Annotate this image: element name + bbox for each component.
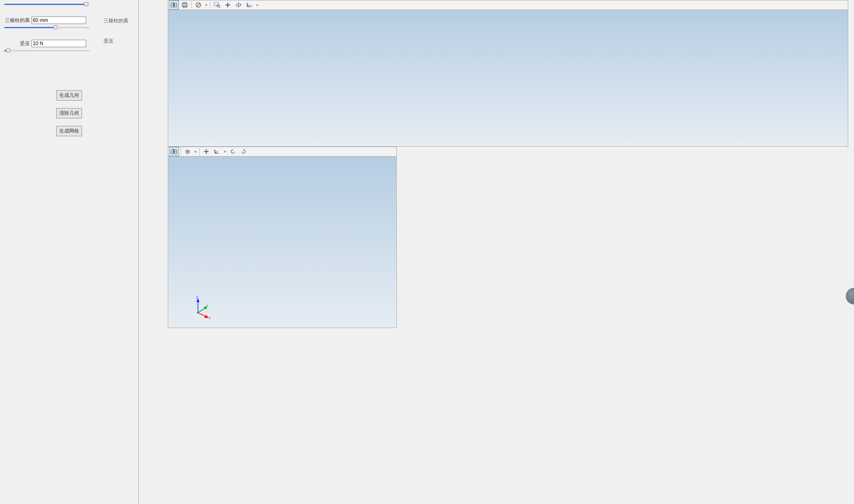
round-widget[interactable] xyxy=(846,288,854,304)
slider-thumb[interactable] xyxy=(84,2,88,6)
svg-marker-24 xyxy=(244,149,245,151)
svg-line-22 xyxy=(215,151,217,153)
toolbar-top: ▾ y ▾ xyxy=(168,0,848,10)
right-label-group: 三棱柱的高 受压 xyxy=(104,4,133,45)
separator xyxy=(181,148,181,155)
dropdown-icon[interactable]: ▾ xyxy=(204,3,208,7)
svg-point-34 xyxy=(197,312,199,313)
svg-text:z: z xyxy=(196,295,198,299)
right-label-pressure: 受压 xyxy=(104,38,133,45)
slider-height[interactable] xyxy=(4,25,89,30)
axes-icon[interactable] xyxy=(212,147,222,156)
slider-thumb[interactable] xyxy=(6,48,10,53)
svg-rect-4 xyxy=(183,2,186,4)
slider-track xyxy=(4,50,89,51)
separator xyxy=(210,1,210,9)
axis-triad: z y x xyxy=(191,295,211,320)
slider-fill xyxy=(4,4,86,5)
viewport-area: ▾ y ▾ xyxy=(139,0,854,504)
svg-point-1 xyxy=(173,4,175,7)
clear-geometry-button[interactable]: 清除几何 xyxy=(56,108,82,118)
dropdown-icon[interactable]: ▾ xyxy=(223,150,227,154)
separator xyxy=(199,148,200,155)
label-pressure: 受压 xyxy=(3,40,30,47)
pan-icon[interactable] xyxy=(201,147,211,156)
pan-icon[interactable] xyxy=(223,0,233,10)
dropdown-icon[interactable]: ▾ xyxy=(255,3,259,7)
zoom-box-icon[interactable] xyxy=(212,0,222,10)
svg-line-31 xyxy=(198,313,206,317)
svg-rect-2 xyxy=(173,2,174,3)
rotate-3d-icon[interactable] xyxy=(234,0,244,10)
camera-icon[interactable] xyxy=(169,0,179,10)
rotate-cw-icon[interactable] xyxy=(239,147,248,156)
svg-text:y: y xyxy=(251,4,252,7)
print-icon[interactable] xyxy=(180,0,190,10)
separator xyxy=(191,1,192,9)
svg-marker-23 xyxy=(232,149,233,151)
app-root: 三棱柱的高 受压 三棱柱的高 受压 生成几何 清除几何 生成网格 xyxy=(0,0,854,504)
cube-icon[interactable] xyxy=(183,147,193,156)
label-height: 三棱柱的高 xyxy=(3,17,30,24)
svg-marker-32 xyxy=(205,315,208,318)
circle-slash-icon[interactable] xyxy=(193,0,203,10)
toolbar-bottom: ▾ ▾ xyxy=(168,147,397,157)
viewport-bottom[interactable]: z y x xyxy=(168,157,397,328)
svg-line-7 xyxy=(197,3,200,7)
svg-line-15 xyxy=(247,5,250,7)
button-column: 生成几何 清除几何 生成网格 xyxy=(3,90,135,136)
slider-param0[interactable] xyxy=(4,2,89,7)
slider-thumb[interactable] xyxy=(53,25,58,29)
svg-text:y: y xyxy=(206,304,208,308)
svg-point-18 xyxy=(173,151,175,153)
rotate-ccw-icon[interactable] xyxy=(228,147,238,156)
camera-icon[interactable] xyxy=(169,147,179,156)
input-pressure[interactable] xyxy=(31,40,86,47)
slider-fill xyxy=(4,27,55,28)
viewport-top[interactable] xyxy=(168,10,848,147)
generate-geometry-button[interactable]: 生成几何 xyxy=(56,90,82,101)
svg-rect-8 xyxy=(214,2,218,6)
svg-rect-19 xyxy=(173,149,174,150)
svg-line-28 xyxy=(198,308,205,313)
generate-mesh-button[interactable]: 生成网格 xyxy=(56,126,82,136)
svg-text:x: x xyxy=(209,316,211,320)
dropdown-icon[interactable]: ▾ xyxy=(193,150,198,154)
input-height[interactable] xyxy=(31,17,86,24)
axes-icon[interactable]: y xyxy=(244,0,254,10)
side-panel: 三棱柱的高 受压 三棱柱的高 受压 生成几何 清除几何 生成网格 xyxy=(0,0,139,504)
svg-line-10 xyxy=(219,7,220,7)
slider-pressure[interactable] xyxy=(4,48,89,53)
right-label-height: 三棱柱的高 xyxy=(104,17,133,24)
